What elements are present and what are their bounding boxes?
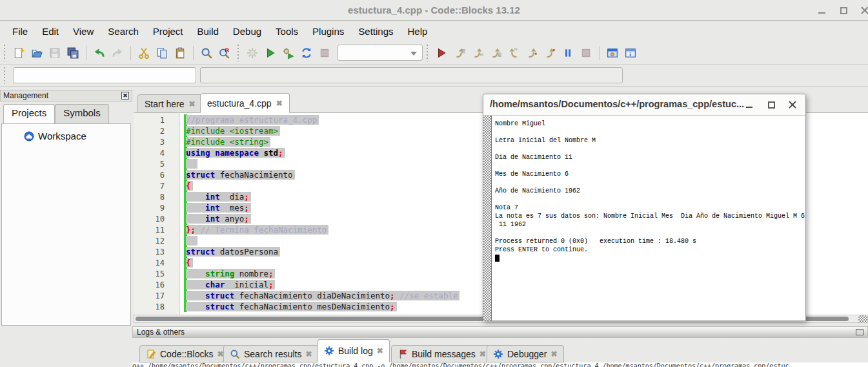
next-line-button[interactable] <box>469 45 486 61</box>
terminal-body[interactable]: Nombre Miguel Letra Inicial del Nombre M… <box>483 116 805 320</box>
logs-caption: Logs & others <box>132 326 868 338</box>
copy-button[interactable] <box>154 45 170 61</box>
terminal-output[interactable]: Nombre Miguel Letra Inicial del Nombre M… <box>495 120 805 320</box>
close-tab-icon[interactable]: ✖ <box>479 350 486 359</box>
editor-tab-estuctura-4-cpp[interactable]: estuctura_4.cpp✖ <box>200 93 290 113</box>
menu-help[interactable]: Help <box>401 23 435 39</box>
log-tab-build-messages[interactable]: Build messages✖ <box>391 345 492 362</box>
menu-debug[interactable]: Debug <box>226 23 268 39</box>
menu-bar: FileEditViewSearchProjectBuildDebugTools… <box>0 21 868 41</box>
line-number: 7 <box>134 181 172 192</box>
tab-projects[interactable]: Projects <box>3 104 55 123</box>
rebuild-icon <box>301 47 312 59</box>
cut-icon <box>138 47 150 59</box>
code-text: char inicial; <box>186 280 275 289</box>
menu-tools[interactable]: Tools <box>268 23 305 39</box>
toolbar-grip[interactable] <box>2 67 6 84</box>
build-target-combobox[interactable] <box>338 45 423 61</box>
close-tab-icon[interactable]: ✖ <box>305 350 312 359</box>
menu-view[interactable]: View <box>66 23 101 39</box>
undo-button[interactable] <box>91 45 108 61</box>
menu-build[interactable]: Build <box>190 23 226 39</box>
redo-button[interactable] <box>109 45 126 61</box>
line-number: 4 <box>134 148 172 159</box>
tab-label: Build messages <box>412 349 476 359</box>
editor-tab-start-here[interactable]: Start here✖ <box>137 94 203 113</box>
run-button[interactable] <box>262 45 279 61</box>
various-info-button[interactable]: i <box>622 45 639 61</box>
minimize-icon[interactable] <box>745 100 755 109</box>
line-number: 15 <box>134 269 172 280</box>
save-all-icon <box>67 47 79 59</box>
cut-button[interactable] <box>136 45 152 61</box>
minimize-icon[interactable] <box>816 5 828 16</box>
redo-icon <box>112 47 123 59</box>
paste-icon <box>174 47 186 59</box>
close-tab-icon[interactable]: ✖ <box>551 350 558 359</box>
abort-build-button[interactable] <box>316 45 333 61</box>
stop-debugger-button[interactable] <box>578 45 594 61</box>
close-icon[interactable] <box>859 5 868 16</box>
close-tab-icon[interactable]: ✖ <box>377 346 383 355</box>
maximize-icon[interactable] <box>838 5 850 16</box>
rebuild-button[interactable] <box>298 45 315 61</box>
debug-continue-icon <box>436 47 447 59</box>
build-and-run-button[interactable] <box>280 45 297 61</box>
step-out-button[interactable] <box>505 45 522 61</box>
code-text: int dia; <box>186 192 251 202</box>
terminal-scrollbar[interactable] <box>483 116 492 320</box>
toolbar-grip[interactable] <box>2 45 6 61</box>
replace-button[interactable]: R <box>216 45 233 61</box>
find-button[interactable] <box>198 45 215 61</box>
step-into-button[interactable] <box>487 45 504 61</box>
open-file-button[interactable] <box>28 45 45 61</box>
menu-plugins[interactable]: Plugins <box>305 23 351 39</box>
step-into-instruction-button[interactable] <box>541 45 558 61</box>
function-combobox[interactable] <box>200 67 623 83</box>
log-tab-debugger[interactable]: Debugger✖ <box>487 345 564 362</box>
save-all-button[interactable] <box>65 45 81 61</box>
paste-button[interactable] <box>172 45 188 61</box>
close-tab-icon[interactable]: ✖ <box>188 100 195 109</box>
close-tab-icon[interactable]: ✖ <box>276 99 283 108</box>
toolbar-separator <box>86 46 86 60</box>
code-text: string nombre; <box>186 269 275 278</box>
close-panel-icon[interactable]: ✖ <box>121 92 129 100</box>
tab-symbols[interactable]: Symbols <box>55 104 109 123</box>
dock-panel-icon[interactable] <box>856 329 863 335</box>
build-log-content[interactable]: g++ /home/msantos/Documentos/c++/program… <box>132 362 868 367</box>
code-text: #include <string> <box>186 137 270 147</box>
save-icon <box>49 47 61 59</box>
scope-combobox[interactable] <box>13 67 196 83</box>
terminal-window[interactable]: /home/msantos/Documentos/c++/programas_c… <box>483 94 806 321</box>
debugging-windows-button[interactable] <box>604 45 621 61</box>
terminal-title: /home/msantos/Documentos/c++/programas_c… <box>490 99 744 109</box>
menu-search[interactable]: Search <box>101 23 146 39</box>
menu-file[interactable]: File <box>5 23 35 39</box>
maximize-icon[interactable] <box>767 100 777 109</box>
log-tab-search-results[interactable]: Search results✖ <box>223 345 319 362</box>
menu-settings[interactable]: Settings <box>351 23 400 39</box>
log-tab-build-log[interactable]: Build log✖ <box>318 339 390 362</box>
menu-project[interactable]: Project <box>146 23 190 39</box>
new-file-icon <box>13 47 25 59</box>
run-to-cursor-button[interactable] <box>451 45 468 61</box>
log-tab-code-blocks[interactable]: Code::Blocks✖ <box>139 345 230 362</box>
terminal-titlebar[interactable]: /home/msantos/Documentos/c++/programas_c… <box>483 94 805 116</box>
step-into-instruction-icon <box>544 47 556 59</box>
compile-button[interactable] <box>244 45 261 61</box>
code-text: int anyo; <box>186 214 251 224</box>
toolbar-grip[interactable] <box>236 45 240 61</box>
workspace-item[interactable]: Workspace <box>24 131 130 142</box>
save-button[interactable] <box>46 45 63 61</box>
debug-continue-button[interactable] <box>433 45 450 61</box>
title-bar[interactable]: estuctura_4.cpp - Code::Blocks 13.12 <box>0 0 868 21</box>
codeblocks-log-icon <box>146 349 156 359</box>
search-results-icon <box>230 349 240 359</box>
break-debugger-button[interactable] <box>560 45 576 61</box>
new-file-button[interactable] <box>10 45 27 61</box>
close-icon[interactable] <box>787 100 798 109</box>
toolbar-grip[interactable] <box>425 45 429 61</box>
menu-edit[interactable]: Edit <box>35 23 66 39</box>
next-instruction-button[interactable] <box>523 45 540 61</box>
